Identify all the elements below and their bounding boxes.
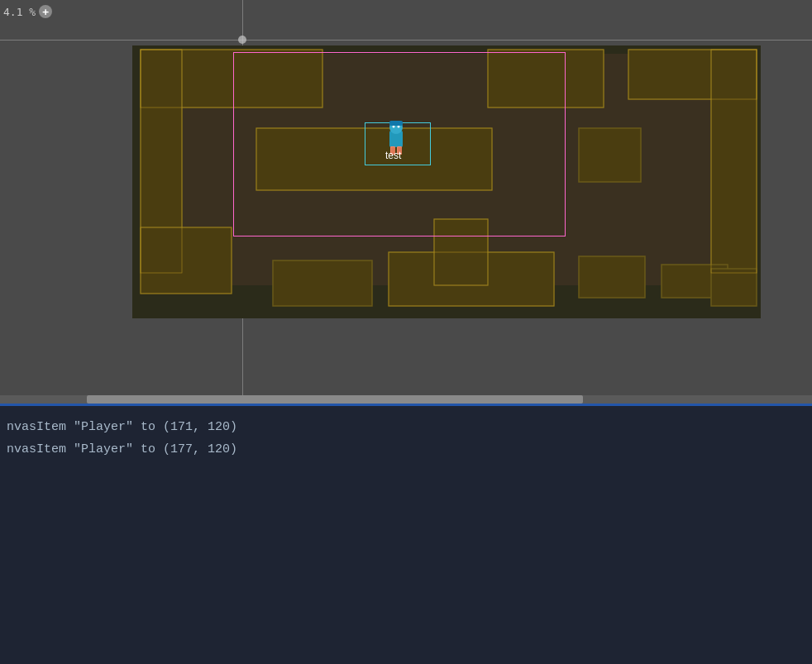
svg-rect-43 — [389, 121, 403, 126]
svg-rect-28 — [579, 128, 641, 182]
svg-rect-26 — [256, 128, 492, 190]
svg-rect-10 — [711, 50, 757, 273]
crosshair-horizontal — [0, 40, 812, 41]
zoom-plus-button[interactable]: + — [39, 5, 52, 18]
scrollbar-thumb[interactable] — [87, 395, 583, 404]
console-line-2: nvasItem "Player" to (177, 120) — [7, 438, 805, 461]
dungeon-tilemap — [132, 45, 761, 318]
console-line-1: nvasItem "Player" to (171, 120) — [7, 416, 805, 438]
svg-rect-4 — [488, 50, 604, 107]
scrollbar-track — [0, 395, 812, 404]
svg-rect-12 — [141, 227, 232, 294]
crosshair-center-dot — [238, 36, 246, 44]
svg-rect-14 — [273, 260, 372, 306]
console-output: nvasItem "Player" to (171, 120) nvasItem… — [0, 406, 812, 664]
zoom-label: 4.1 % — [3, 6, 36, 18]
game-viewport[interactable]: 4.1 % + — [0, 0, 812, 404]
svg-rect-20 — [579, 256, 645, 298]
zoom-indicator: 4.1 % + — [3, 5, 52, 18]
svg-rect-24 — [711, 269, 757, 306]
player-label: test — [385, 150, 401, 161]
